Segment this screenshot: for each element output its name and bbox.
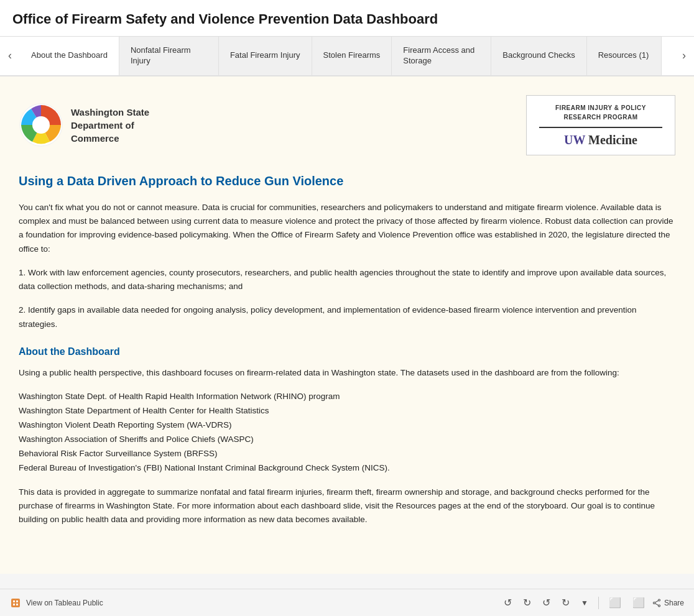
bottom-toolbar: View on Tableau Public ↺ ↻ ↺ ↻ ▼ ⬜ ⬜ Sha…: [0, 589, 694, 616]
uw-medicine-logo: FIREARM INJURY & POLICY RESEARCH PROGRAM…: [526, 95, 675, 155]
list-item-1: 1. Work with law enforcement agencies, c…: [19, 266, 675, 294]
toolbar-actions: ↺ ↻ ↺ ↻ ▼ ⬜ ⬜ Share: [500, 594, 684, 611]
svg-point-1: [32, 116, 50, 134]
svg-line-10: [655, 600, 658, 602]
dataset-item-5: Behavioral Risk Factor Surveillance Syst…: [19, 447, 675, 461]
tab-nonfatal[interactable]: Nonfatal Firearm Injury: [119, 37, 219, 75]
forward-button[interactable]: ↻: [558, 594, 573, 611]
svg-point-9: [653, 602, 655, 604]
logo-section: Washington State Department of Commerce …: [19, 95, 675, 155]
tableau-link-label: View on Tableau Public: [26, 599, 103, 607]
dataset-item-3: Washington Violent Death Reporting Syste…: [19, 418, 675, 433]
wa-commerce-text: Washington State Department of Commerce: [71, 106, 149, 145]
dataset-item-2: Washington State Department of Health Ce…: [19, 404, 675, 418]
undo-button[interactable]: ↺: [500, 594, 516, 611]
tab-navigation: ‹ About the Dashboard Nonfatal Firearm I…: [0, 37, 694, 76]
main-content: Washington State Department of Commerce …: [0, 76, 694, 574]
tab-fatal[interactable]: Fatal Firearm Injury: [219, 37, 312, 75]
svg-rect-3: [13, 600, 15, 602]
tab-scroll-area: About the Dashboard Nonfatal Firearm Inj…: [20, 37, 674, 75]
download-button[interactable]: ⬜: [605, 594, 625, 611]
tab-stolen[interactable]: Stolen Firearms: [312, 37, 392, 75]
page-title: Office of Firearm Safety and Violence Pr…: [12, 11, 682, 27]
wa-logo-icon: [19, 103, 63, 147]
about-dashboard-section: About the Dashboard Using a public healt…: [19, 346, 675, 527]
tableau-icon: [10, 597, 21, 609]
dataset-item-1: Washington State Dept. of Health Rapid H…: [19, 390, 675, 404]
tab-background[interactable]: Background Checks: [491, 37, 586, 75]
revert-button[interactable]: ↺: [539, 594, 554, 611]
svg-rect-6: [16, 604, 18, 605]
toolbar-divider-1: [598, 597, 599, 609]
about-heading: About the Dashboard: [19, 346, 675, 357]
svg-point-8: [658, 605, 660, 607]
dataset-item-6: Federal Bureau of Investigation's (FBI) …: [19, 461, 675, 476]
tab-prev-arrow[interactable]: ‹: [0, 37, 20, 75]
share-label: Share: [664, 599, 684, 607]
share-button[interactable]: Share: [652, 599, 684, 607]
uw-medicine-top-text: FIREARM INJURY & POLICY RESEARCH PROGRAM: [539, 103, 662, 128]
svg-line-11: [655, 603, 658, 605]
uw-medicine-bottom-text: UW Medicine: [539, 133, 662, 147]
tab-resources[interactable]: Resources (1): [587, 37, 662, 75]
tableau-public-link[interactable]: View on Tableau Public: [10, 597, 103, 609]
redo-button[interactable]: ↻: [519, 594, 535, 611]
svg-rect-5: [13, 604, 15, 605]
svg-rect-4: [16, 600, 18, 602]
fullscreen-button[interactable]: ⬜: [629, 594, 649, 611]
wa-commerce-logo: Washington State Department of Commerce: [19, 103, 149, 147]
tab-about[interactable]: About the Dashboard: [20, 37, 119, 75]
svg-point-7: [658, 599, 660, 601]
tab-access[interactable]: Firearm Access and Storage: [392, 37, 491, 75]
page-title-bar: Office of Firearm Safety and Violence Pr…: [0, 0, 694, 37]
dataset-list: Washington State Dept. of Health Rapid H…: [19, 390, 675, 476]
intro-paragraph: You can't fix what you do not or cannot …: [19, 201, 675, 256]
toolbar-dropdown-arrow[interactable]: ▼: [577, 596, 592, 610]
share-icon: [652, 599, 661, 607]
dataset-item-4: Washington Association of Sheriffs and P…: [19, 433, 675, 447]
about-closing: This data is provided in aggregate to su…: [19, 485, 675, 527]
main-heading: Using a Data Driven Approach to Reduce G…: [19, 174, 675, 188]
tab-next-arrow[interactable]: ›: [674, 37, 694, 75]
svg-rect-2: [11, 599, 20, 607]
list-item-2: 2. Identify gaps in available data neede…: [19, 303, 675, 331]
about-intro: Using a public health perspective, this …: [19, 366, 675, 380]
